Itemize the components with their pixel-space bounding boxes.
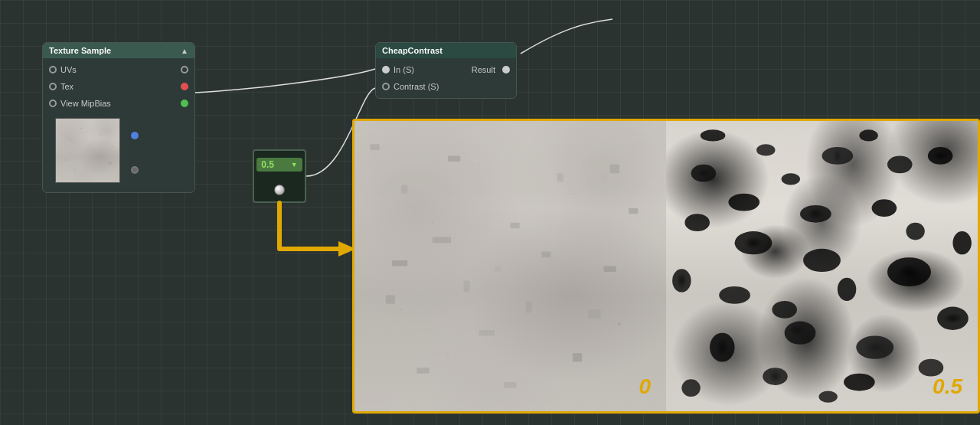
uvs-right-pin[interactable]	[181, 66, 188, 74]
result-right-pin[interactable]	[502, 66, 510, 74]
in-row: In (S) Result	[376, 61, 516, 78]
preview-left-label: 0	[639, 374, 651, 399]
noise-dots-right	[666, 121, 978, 411]
svg-point-22	[735, 231, 773, 254]
svg-point-30	[672, 269, 691, 292]
svg-point-44	[728, 194, 760, 211]
svg-rect-18	[392, 260, 407, 266]
svg-rect-6	[604, 266, 616, 273]
svg-point-35	[838, 278, 856, 301]
uvs-label: UVs	[60, 65, 177, 74]
svg-point-49	[772, 301, 797, 319]
tex-left-pin[interactable]	[49, 83, 57, 90]
svg-rect-8	[479, 330, 495, 336]
svg-rect-10	[416, 368, 429, 374]
output-pin-blue[interactable]	[131, 132, 139, 139]
preview-right-texture	[666, 121, 978, 411]
contrast-row: Contrast (S)	[376, 78, 516, 95]
svg-rect-19	[610, 165, 619, 173]
svg-point-42	[701, 129, 726, 141]
texture-sample-body: UVs Tex View MipBias	[43, 58, 194, 192]
svg-point-43	[818, 391, 837, 402]
svg-point-47	[681, 379, 700, 397]
preview-right-panel: 0.5	[666, 121, 978, 411]
mipbias-label: View MipBias	[60, 99, 177, 108]
uvs-row: UVs	[43, 61, 194, 78]
svg-point-48	[952, 231, 971, 254]
constant-ball[interactable]	[274, 185, 285, 195]
svg-point-21	[691, 165, 717, 182]
svg-rect-1	[370, 144, 379, 150]
preview-right-label: 0.5	[933, 374, 962, 399]
svg-point-24	[887, 257, 931, 286]
svg-rect-17	[463, 280, 469, 292]
svg-rect-2	[401, 185, 407, 193]
svg-rect-20	[504, 382, 516, 388]
svg-point-37	[782, 173, 800, 185]
texture-sample-header[interactable]: Texture Sample ▲	[43, 43, 194, 58]
uvs-left-pin[interactable]	[49, 66, 57, 74]
svg-rect-7	[386, 295, 395, 303]
contrast-label: Contrast (S)	[394, 82, 506, 91]
svg-point-29	[800, 205, 831, 223]
constant-value-display[interactable]: 0.5 ▼	[256, 158, 302, 172]
svg-point-25	[785, 322, 816, 345]
comparison-container: 0	[352, 119, 980, 414]
view-mipbias-row: View MipBias	[43, 95, 194, 112]
svg-point-34	[719, 286, 750, 304]
texture-sample-node: Texture Sample ▲ UVs Tex View MipBias	[42, 42, 195, 193]
svg-point-46	[803, 249, 841, 272]
svg-point-28	[928, 147, 953, 165]
svg-rect-12	[629, 208, 638, 214]
tex-row: Tex	[43, 78, 194, 95]
svg-point-50	[859, 129, 877, 141]
cheap-contrast-title: CheapContrast	[382, 46, 443, 55]
svg-rect-5	[557, 173, 564, 181]
output-pin-gray[interactable]	[131, 166, 139, 174]
preview-left-texture	[354, 121, 666, 411]
tex-label: Tex	[60, 82, 177, 91]
header-collapse-icon[interactable]: ▲	[181, 47, 188, 55]
svg-point-41	[906, 223, 924, 240]
texture-sample-title: Texture Sample	[49, 46, 111, 55]
yellow-arrow-svg	[237, 195, 360, 287]
svg-point-45	[887, 155, 913, 173]
mipbias-right-pin[interactable]	[181, 100, 188, 107]
texture-preview-image	[56, 119, 119, 182]
svg-rect-16	[541, 252, 550, 258]
result-label: Result	[472, 65, 495, 74]
cheap-contrast-body: In (S) Result Contrast (S)	[376, 58, 516, 98]
in-left-pin[interactable]	[382, 66, 390, 74]
mipbias-left-pin[interactable]	[49, 100, 57, 107]
svg-point-26	[710, 333, 735, 362]
tex-right-pin[interactable]	[181, 83, 188, 90]
svg-point-40	[756, 144, 775, 155]
svg-rect-11	[526, 301, 532, 312]
contrast-left-pin[interactable]	[382, 83, 390, 90]
svg-point-23	[822, 147, 854, 165]
in-label: In (S)	[394, 65, 464, 74]
constant-dropdown-icon[interactable]: ▼	[291, 161, 298, 168]
svg-point-38	[684, 214, 710, 231]
svg-rect-9	[573, 353, 582, 361]
svg-rect-4	[511, 223, 520, 229]
cheap-contrast-node: CheapContrast In (S) Result Contrast (S)	[375, 42, 517, 99]
cheap-contrast-header[interactable]: CheapContrast	[376, 43, 516, 58]
constant-value-text: 0.5	[261, 159, 274, 170]
texture-preview[interactable]	[55, 118, 120, 183]
svg-point-31	[937, 307, 969, 330]
svg-point-27	[856, 335, 893, 358]
svg-point-33	[872, 199, 897, 217]
svg-rect-3	[448, 155, 460, 162]
preview-left-panel: 0	[354, 121, 666, 411]
svg-point-32	[763, 368, 788, 385]
noise-dots-left	[354, 121, 666, 411]
result-group: Result	[468, 65, 510, 74]
svg-point-39	[844, 374, 875, 391]
svg-rect-14	[433, 237, 451, 244]
svg-rect-13	[495, 266, 501, 273]
svg-rect-15	[588, 309, 600, 318]
